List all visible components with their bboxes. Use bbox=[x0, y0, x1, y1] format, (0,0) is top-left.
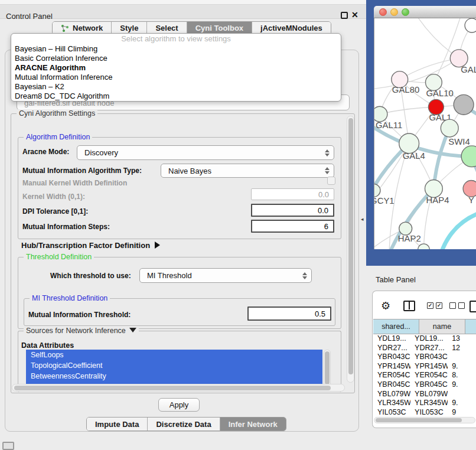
tab-select[interactable]: Select bbox=[147, 22, 187, 34]
table-cell: YDL19... bbox=[373, 334, 410, 344]
close-icon[interactable]: ✕ bbox=[351, 10, 358, 19]
table-cell: YLR345W bbox=[373, 399, 410, 408]
mi-type-combobox[interactable]: Naive Bayes bbox=[161, 164, 334, 178]
table-row[interactable]: YBL079WYBL079W bbox=[373, 390, 476, 399]
table-row[interactable]: YBR045CYBR045C9. bbox=[373, 380, 476, 390]
tab-network[interactable]: Network bbox=[53, 22, 112, 34]
checked-boxes-icon[interactable]: ✓ bbox=[436, 302, 442, 309]
network-node-gal11[interactable] bbox=[374, 106, 387, 122]
algorithm-option[interactable]: ARACNE Algorithm bbox=[11, 63, 341, 73]
algorithm-option[interactable]: Dream8 DC_TDC Algorithm bbox=[11, 92, 341, 101]
column-header[interactable]: shared... bbox=[373, 319, 419, 334]
table-row[interactable]: YLR345WYLR345W9. bbox=[373, 399, 476, 408]
maximize-traffic-icon[interactable] bbox=[402, 8, 409, 16]
table-horizontal-scrollbar[interactable] bbox=[374, 417, 475, 423]
network-node[interactable] bbox=[454, 94, 474, 115]
close-traffic-icon[interactable] bbox=[379, 8, 387, 16]
algorithm-options-list: Bayesian – Hill ClimbingBasic Correlatio… bbox=[11, 44, 341, 101]
application-window: Control Panel ✕ NetworkStyleSelectCyni T… bbox=[0, 0, 476, 450]
tab-jactivemnodules[interactable]: jActiveMNodules bbox=[252, 22, 331, 34]
network-window-titlebar[interactable] bbox=[374, 6, 476, 18]
mi-threshold-field[interactable]: 0.5 bbox=[247, 306, 331, 321]
tab-cyni-toolbox[interactable]: Cyni Toolbox bbox=[187, 22, 252, 34]
algorithm-placeholder: Select algorithm to view settings bbox=[11, 34, 341, 44]
tab-infer-network[interactable]: Infer Network bbox=[220, 418, 286, 431]
aracne-mode-combobox[interactable]: Discovery bbox=[77, 145, 334, 160]
algorithm-option[interactable]: Mutual Information Inference bbox=[11, 73, 341, 82]
table-cell: YDR27... bbox=[410, 344, 448, 353]
network-node-swi4[interactable] bbox=[461, 146, 476, 167]
unchecked-boxes-icon[interactable] bbox=[449, 302, 456, 309]
network-node-hap2[interactable] bbox=[399, 222, 412, 235]
float-window-icon[interactable] bbox=[341, 12, 348, 19]
tab-style[interactable]: Style bbox=[112, 22, 147, 34]
sources-title-text: Sources for Network Inference bbox=[26, 327, 126, 335]
tab-discretize-data[interactable]: Discretize Data bbox=[148, 418, 220, 431]
settings-horizontal-scrollbar[interactable] bbox=[12, 384, 345, 392]
table-row[interactable]: YIL053CYIL053C9 bbox=[373, 408, 476, 417]
splitter-handle-icon[interactable]: ◂ bbox=[361, 216, 364, 222]
table-cell: YIL053C bbox=[410, 408, 448, 417]
hub-definition-toggle[interactable]: Hub/Transcription Factor Definition bbox=[21, 241, 160, 250]
split-columns-icon[interactable] bbox=[403, 301, 415, 311]
dpi-tolerance-field[interactable]: 0.0 bbox=[251, 204, 334, 217]
mi-threshold-group-title: MI Threshold Definition bbox=[30, 294, 110, 302]
network-node-gal10[interactable] bbox=[425, 74, 442, 91]
network-node[interactable] bbox=[441, 119, 458, 137]
attribute-list-item[interactable]: SelfLoops bbox=[26, 350, 322, 360]
algorithm-option[interactable]: Bayesian – K2 bbox=[11, 82, 341, 92]
kernel-width-field[interactable]: 0.0 bbox=[251, 188, 334, 200]
settings-vertical-scrollbar[interactable] bbox=[347, 116, 354, 383]
unchecked-boxes-icon[interactable] bbox=[458, 302, 465, 309]
table-cell: 12 bbox=[448, 344, 476, 353]
top-window-strip bbox=[0, 0, 366, 5]
attribute-list-item[interactable]: BetweennessCentrality bbox=[26, 371, 322, 381]
network-node-label: HAP2 bbox=[398, 234, 421, 243]
algorithm-option[interactable]: Basic Correlation Inference bbox=[11, 54, 341, 63]
expand-right-icon bbox=[155, 242, 160, 249]
column-header[interactable]: name bbox=[419, 319, 465, 334]
table-cell bbox=[448, 390, 476, 399]
stepper-arrows-icon bbox=[302, 272, 307, 279]
network-edge bbox=[380, 107, 436, 114]
data-attributes-label: Data Attributes bbox=[21, 341, 74, 350]
table-panel-title: Table Panel bbox=[376, 275, 416, 284]
table-row[interactable]: YDR27...YDR27...12 bbox=[373, 344, 476, 353]
which-threshold-value: MI Threshold bbox=[147, 271, 192, 280]
algorithm-option[interactable]: Bayesian – Hill Climbing bbox=[11, 44, 341, 54]
attribute-list-item[interactable]: TopologicalCoefficient bbox=[26, 360, 322, 371]
which-threshold-combobox[interactable]: MI Threshold bbox=[139, 268, 312, 283]
table-cell: YBL079W bbox=[373, 390, 410, 399]
table-header: shared...name bbox=[373, 319, 476, 334]
document-icon[interactable] bbox=[470, 301, 476, 312]
table-cell: 9. bbox=[448, 362, 476, 371]
table-row[interactable]: YPR145WYPR145W9. bbox=[373, 362, 476, 371]
hub-definition-label: Hub/Transcription Factor Definition bbox=[21, 241, 150, 250]
network-node-y[interactable] bbox=[463, 181, 476, 197]
mi-steps-field[interactable]: 6 bbox=[251, 220, 334, 233]
network-node-gal4[interactable] bbox=[399, 133, 419, 154]
checked-boxes-icon[interactable]: ✓ bbox=[427, 302, 433, 309]
table-row[interactable]: YBR043CYBR043C bbox=[373, 353, 476, 362]
manual-kernel-checkbox[interactable] bbox=[327, 177, 335, 185]
apply-button[interactable]: Apply bbox=[158, 398, 200, 412]
table-row[interactable]: YER054CYER054C8. bbox=[373, 371, 476, 380]
tab-impute-data[interactable]: Impute Data bbox=[87, 418, 148, 431]
network-canvas[interactable]: GALGAL80GAL10GAL1GAL11SWI4GAL4GCY1HAP4YH… bbox=[374, 18, 476, 249]
sources-group-title[interactable]: Sources for Network Inference bbox=[24, 327, 139, 335]
column-header[interactable] bbox=[465, 319, 476, 334]
collapsed-panel-button[interactable] bbox=[2, 442, 14, 450]
network-node-hap4[interactable] bbox=[425, 180, 443, 198]
network-node-label: GAL bbox=[461, 65, 476, 74]
minimize-traffic-icon[interactable] bbox=[390, 8, 398, 16]
table-cell: YER054C bbox=[373, 371, 410, 380]
network-node[interactable] bbox=[465, 18, 476, 32]
table-row[interactable]: YDL19...YDL19...13 bbox=[373, 334, 476, 344]
aracne-mode-label: Aracne Mode: bbox=[22, 148, 69, 156]
gear-icon[interactable]: ⚙ bbox=[381, 301, 390, 311]
table-cell: YLR345W bbox=[410, 399, 448, 408]
network-edge bbox=[433, 128, 449, 188]
network-node[interactable] bbox=[418, 244, 430, 249]
table-cell: YBR045C bbox=[410, 380, 448, 390]
network-node-gcy1[interactable] bbox=[374, 184, 380, 197]
